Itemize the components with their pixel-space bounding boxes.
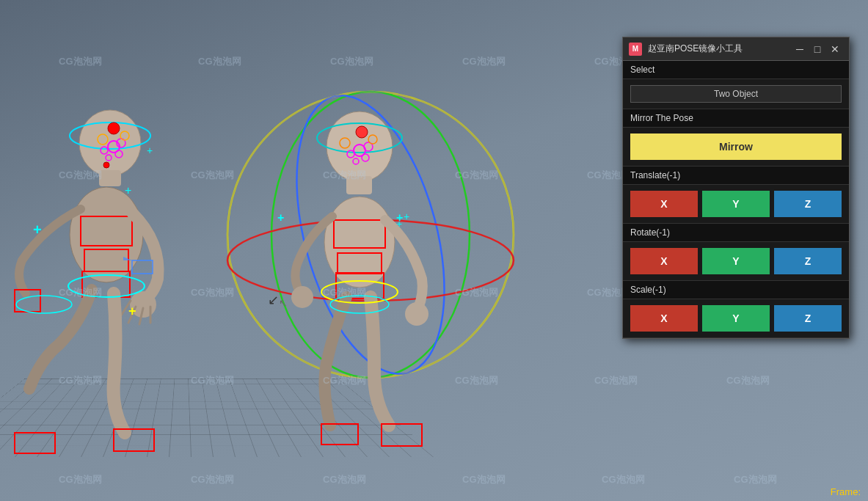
watermark: CG泡泡网: [198, 55, 241, 68]
translate-y-button[interactable]: Y: [702, 191, 770, 217]
rotate-axis-row: X Y Z: [623, 242, 849, 281]
svg-point-47: [291, 286, 313, 308]
svg-rect-45: [336, 273, 384, 299]
svg-point-51: [330, 296, 389, 313]
mirror-button[interactable]: Mirrow: [630, 134, 842, 160]
watermark: CG泡泡网: [59, 55, 102, 68]
watermark: CG泡泡网: [323, 473, 366, 486]
svg-marker-59: [123, 257, 132, 260]
translate-section-label: Translate(-1): [623, 167, 849, 185]
svg-point-6: [106, 155, 112, 161]
mirror-section: Mirror The Pose Mirrow: [623, 109, 849, 167]
watermark: CG泡泡网: [462, 55, 506, 68]
watermark: CG泡泡网: [734, 473, 777, 486]
svg-point-2: [70, 122, 150, 149]
tool-body: Select Mirror The Pose Mirrow Translate(…: [623, 61, 849, 338]
watermark: CG泡泡网: [602, 473, 645, 486]
watermark: CG泡泡网: [191, 286, 234, 299]
tool-window: M 赵亚南POSE镜像小工具 ─ □ ✕ Select Mirror The P…: [622, 37, 850, 339]
svg-rect-17: [15, 290, 40, 312]
maximize-button[interactable]: □: [809, 41, 825, 57]
scale-axis-row: X Y Z: [623, 299, 849, 338]
watermark: CG泡泡网: [323, 169, 366, 182]
svg-point-21: [16, 296, 72, 313]
svg-point-30: [227, 220, 514, 301]
svg-point-32: [327, 111, 393, 182]
svg-point-36: [364, 142, 373, 151]
scale-section-label: Scale(-1): [623, 281, 849, 299]
frame-label: Frame:: [831, 486, 861, 497]
watermark: CG泡泡网: [330, 55, 373, 68]
tool-title: 赵亚南POSE镜像小工具: [648, 43, 790, 55]
svg-rect-44: [338, 253, 382, 274]
watermark: CG泡泡网: [59, 286, 102, 299]
svg-point-35: [347, 150, 354, 158]
tool-icon: M: [629, 43, 642, 56]
translate-x-button[interactable]: X: [630, 191, 698, 217]
watermark: CG泡泡网: [455, 374, 498, 387]
svg-point-28: [270, 79, 472, 390]
close-button[interactable]: ✕: [827, 41, 843, 57]
translate-z-button[interactable]: Z: [774, 191, 842, 217]
svg-text:+: +: [128, 304, 136, 318]
translate-axis-row: X Y Z: [623, 185, 849, 224]
watermark: CG泡泡网: [59, 169, 102, 182]
svg-text:↖: ↖: [279, 297, 288, 309]
svg-text:+: +: [404, 211, 409, 222]
svg-point-40: [368, 135, 377, 144]
svg-point-5: [117, 139, 125, 147]
select-input[interactable]: [630, 85, 842, 103]
scale-z-button[interactable]: Z: [774, 305, 842, 332]
svg-point-7: [115, 150, 123, 158]
svg-point-37: [353, 158, 359, 164]
select-section-label: Select: [623, 61, 849, 79]
svg-point-31: [324, 197, 395, 288]
svg-point-4: [101, 147, 108, 154]
grid-floor: [0, 379, 440, 457]
svg-point-38: [362, 154, 369, 161]
watermark: CG泡泡网: [323, 286, 366, 299]
tool-titlebar: M 赵亚南POSE镜像小工具 ─ □ ✕: [623, 37, 849, 61]
svg-point-27: [271, 92, 470, 378]
svg-text:+: +: [147, 145, 153, 156]
select-input-row: [623, 79, 849, 109]
scale-y-button[interactable]: Y: [702, 305, 770, 332]
svg-point-50: [321, 281, 398, 303]
svg-point-9: [120, 131, 129, 140]
svg-point-29: [227, 92, 514, 378]
svg-text:+: +: [125, 184, 131, 197]
rotate-z-button[interactable]: Z: [774, 248, 842, 274]
svg-point-41: [356, 126, 368, 138]
minimize-button[interactable]: ─: [792, 41, 808, 57]
rotate-x-button[interactable]: X: [630, 248, 698, 274]
svg-text:↙: ↙: [268, 293, 279, 307]
svg-rect-58: [132, 260, 153, 274]
svg-point-26: [227, 92, 514, 378]
watermark: CG泡泡网: [726, 374, 770, 387]
svg-point-16: [130, 291, 156, 318]
svg-point-3: [108, 141, 120, 153]
watermark: CG泡泡网: [191, 473, 234, 486]
svg-text:+: +: [396, 218, 402, 230]
svg-point-10: [108, 122, 120, 134]
svg-point-20: [68, 275, 145, 297]
svg-rect-12: [99, 170, 121, 186]
svg-point-34: [354, 145, 365, 156]
mirror-section-label: Mirror The Pose: [623, 109, 849, 128]
svg-rect-15: [82, 271, 130, 297]
svg-point-39: [340, 138, 350, 148]
svg-point-0: [70, 187, 143, 282]
watermark: CG泡泡网: [455, 286, 498, 299]
svg-rect-13: [81, 216, 132, 246]
scale-x-button[interactable]: X: [630, 305, 698, 332]
rotate-section-label: Rotate(-1): [623, 224, 849, 242]
watermark: CG泡泡网: [594, 374, 638, 387]
svg-point-11: [103, 162, 109, 168]
svg-point-8: [98, 134, 108, 145]
svg-point-46: [405, 302, 428, 326]
svg-rect-42: [346, 176, 372, 194]
watermark: CG泡泡网: [455, 169, 498, 182]
rotate-y-button[interactable]: Y: [702, 248, 770, 274]
svg-rect-14: [84, 249, 128, 271]
watermark: CG泡泡网: [59, 473, 102, 486]
